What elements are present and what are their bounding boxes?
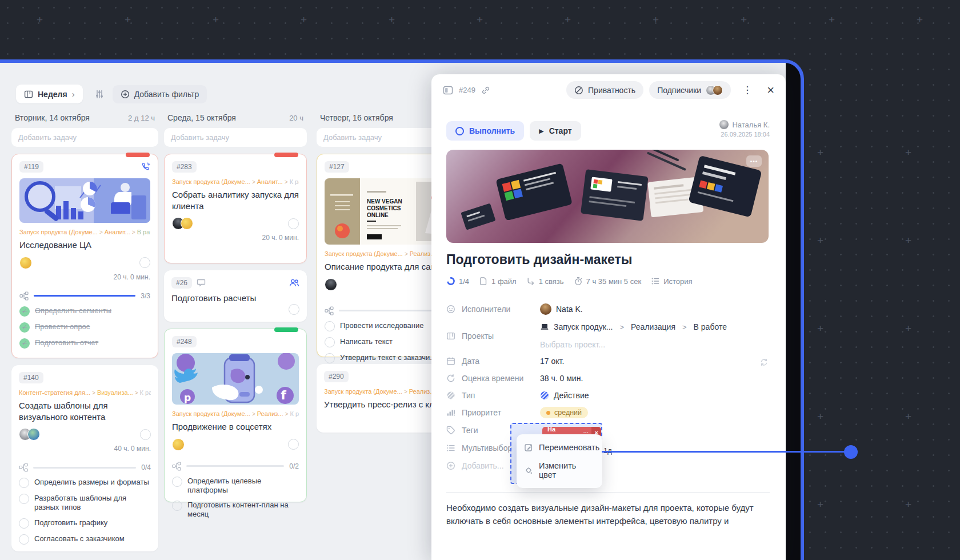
task-card-140[interactable]: #140 Контент-стратегия для...>Визуализа.… — [11, 365, 158, 551]
task-id-badge: #127 — [325, 161, 349, 173]
complete-checkbox[interactable] — [289, 304, 299, 315]
subtask-checkbox — [19, 518, 29, 529]
grid-cross-icon: + — [817, 498, 823, 511]
subtask-row[interactable]: ✓Подготовить отчет — [19, 338, 150, 349]
subtask-row[interactable]: Определить размеры и форматы — [19, 478, 151, 488]
team-icon — [289, 278, 299, 288]
annotation-line — [602, 451, 845, 453]
type-value[interactable]: Действие — [540, 391, 589, 400]
card-breadcrumb[interactable]: Запуск продукта (Докуме...>Реализ...>К р… — [172, 410, 299, 417]
subscriber-avatar — [713, 85, 723, 95]
card-breadcrumb[interactable]: Запуск продукта (Докуме...>Аналит...>К р… — [172, 178, 299, 185]
menu-item-change-color[interactable]: Изменить цвет — [517, 457, 602, 484]
task-card-248[interactable]: #248 fp Запуск продукта (Докуме...>Реали… — [164, 329, 307, 502]
tracked-time[interactable]: 7 ч 35 мин 5 сек — [574, 277, 642, 286]
svg-text:p: p — [184, 392, 191, 403]
task-cover-image[interactable]: ••• — [446, 150, 769, 243]
sliders-icon[interactable] — [94, 89, 105, 99]
svg-text:ONLINE: ONLINE — [367, 212, 389, 218]
history-list-icon — [651, 277, 660, 286]
subtask-row[interactable]: Определить целевые платформы — [172, 477, 299, 495]
cover-more-button[interactable]: ••• — [746, 155, 762, 167]
repeat-icon[interactable] — [759, 358, 769, 367]
subtask-progress-count: 0/2 — [289, 462, 299, 470]
assignees-field-label: Исполнители — [446, 305, 510, 314]
task-card-119[interactable]: #119 Запуск продукта (Докуме...>Аналит..… — [11, 154, 158, 358]
grid-cross-icon: + — [817, 234, 823, 247]
task-description[interactable]: Необходимо создать визуальные дизайн-мак… — [446, 502, 770, 527]
subtask-progress-bar — [186, 465, 284, 467]
subtask-row[interactable]: Подготовить графику — [19, 518, 151, 529]
privacy-button[interactable]: Приватность — [566, 81, 643, 99]
subtasks-icon — [172, 462, 181, 471]
subtask-row[interactable]: Согласовать с заказчиком — [19, 534, 151, 545]
add-filter-label: Добавить фильтр — [134, 90, 199, 99]
add-task-input[interactable]: Добавить задачу — [11, 128, 158, 147]
assignee-value[interactable]: Nata K. — [540, 303, 583, 315]
collapse-panel-icon[interactable] — [443, 85, 453, 95]
task-card-283[interactable]: #283 Запуск продукта (Докуме...>Аналит..… — [164, 154, 307, 263]
grid-cross-icon: + — [213, 14, 219, 26]
start-timer-button[interactable]: ▶ Старт — [530, 121, 581, 141]
add-filter-button[interactable]: Добавить фильтр — [113, 85, 207, 103]
assignee-avatar — [19, 257, 32, 269]
annotation-dot[interactable] — [844, 445, 858, 459]
grid-cross-icon: + — [653, 14, 659, 26]
complete-checkbox[interactable] — [288, 439, 299, 450]
card-title: Исследование ЦА — [19, 239, 150, 251]
column-wednesday: Среда, 15 октября 20 ч Добавить задачу #… — [164, 113, 307, 509]
section-divider — [446, 492, 770, 493]
column-header: Вторник, 14 октября 2 д 12 ч — [11, 113, 158, 122]
task-card-26[interactable]: #26 Подготовить расчеты — [164, 270, 307, 322]
priority-field-label: Приоритет — [446, 408, 501, 417]
grid-cross-icon: + — [905, 410, 911, 423]
complete-button[interactable]: Выполнить — [446, 121, 524, 141]
more-menu-icon[interactable]: ⋮ — [737, 84, 758, 96]
comment-icon — [197, 278, 206, 287]
card-breadcrumb[interactable]: Запуск продукта (Докуме...>Аналит...>В р… — [19, 229, 150, 235]
links-count[interactable]: 1 связь — [526, 277, 564, 286]
subtask-checkbox — [19, 534, 29, 545]
assignee-avatar — [27, 428, 40, 441]
card-breadcrumb[interactable]: Контент-стратегия для...>Визуализа...>К … — [19, 389, 151, 396]
grid-cross-icon: + — [477, 14, 483, 26]
subtasks-icon — [325, 306, 334, 315]
menu-item-rename[interactable]: Переименовать — [517, 438, 602, 457]
complete-checkbox[interactable] — [140, 429, 151, 440]
subtask-row[interactable]: Подготовить контент-план на месяц — [172, 501, 299, 519]
complete-checkbox[interactable] — [288, 218, 299, 229]
estimate-value[interactable]: 38 ч. 0 мин. — [540, 374, 583, 383]
subtask-progress[interactable]: 1/4 — [446, 277, 469, 286]
history-link[interactable]: История — [651, 277, 692, 286]
card-color-tab — [126, 153, 150, 157]
grid-cross-icon: + — [905, 322, 911, 335]
task-detail-panel: #249 Приватность Подписчики — [431, 74, 786, 560]
subtask-progress-count: 0/4 — [141, 463, 151, 471]
project-select-placeholder[interactable]: Выбрать проект... — [540, 340, 605, 349]
week-view-button[interactable]: Неделя › — [16, 85, 83, 103]
add-field-row[interactable]: Добавить... — [446, 461, 504, 470]
subscribers-button[interactable]: Подписчики — [649, 81, 731, 99]
column-total-hours: 2 д 12 ч — [128, 114, 155, 122]
priority-value[interactable]: средний — [540, 407, 588, 418]
project-path[interactable]: Запуск продук...> Реализация> В работе — [540, 322, 727, 331]
subtasks-icon — [19, 291, 29, 301]
file-icon — [479, 277, 488, 286]
estimate-time: 20 ч. 0 мин. — [172, 234, 299, 242]
subtask-checkbox — [325, 321, 335, 331]
subtask-checkbox — [172, 477, 182, 487]
add-task-input[interactable]: Добавить задачу — [164, 128, 307, 147]
author-block: Наталья К. 26.09.2025 18:04 — [719, 120, 770, 138]
complete-checkbox[interactable] — [139, 257, 150, 268]
task-title[interactable]: Подготовить дизайн-макеты — [446, 252, 632, 267]
subtask-row[interactable]: ✓Определить сегменты — [19, 306, 150, 317]
subtask-row[interactable]: Разработать шаблоны для разных типов — [19, 494, 151, 513]
copy-link-icon[interactable] — [481, 86, 490, 95]
meta-row: 1/4 1 файл 1 связь 7 ч 35 мин 5 сек — [446, 277, 693, 286]
check-icon: ✓ — [19, 338, 30, 349]
files-count[interactable]: 1 файл — [479, 277, 517, 286]
date-value[interactable]: 17 окт. — [540, 357, 564, 366]
svg-text:f: f — [281, 388, 286, 402]
subtask-row[interactable]: ✓Провести опрос — [19, 322, 150, 333]
close-icon[interactable]: × — [763, 84, 778, 97]
